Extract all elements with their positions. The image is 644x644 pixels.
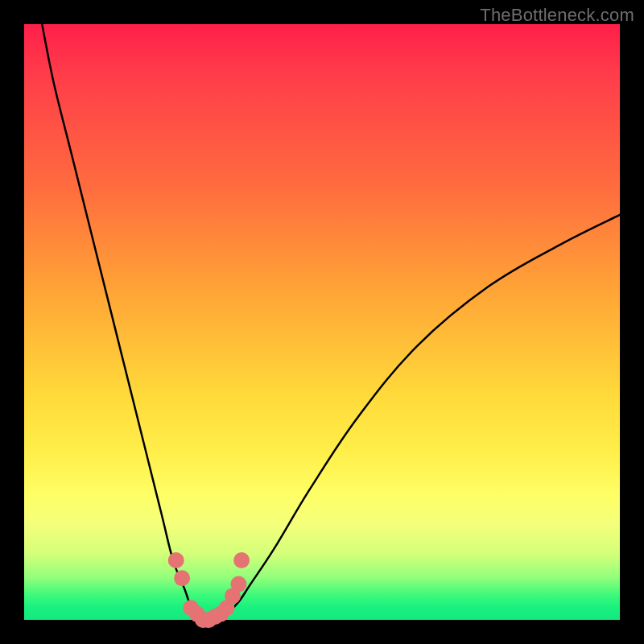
curve-marker — [233, 552, 250, 568]
curve-marker — [168, 552, 184, 568]
bottleneck-curve-svg — [24, 24, 620, 620]
chart-frame: TheBottleneck.com — [0, 0, 644, 644]
curve-markers — [168, 552, 250, 628]
curve-marker — [230, 576, 246, 592]
bottleneck-curve — [42, 24, 620, 621]
watermark-text: TheBottleneck.com — [480, 5, 634, 26]
plot-area — [24, 24, 620, 620]
curve-marker — [174, 570, 190, 586]
